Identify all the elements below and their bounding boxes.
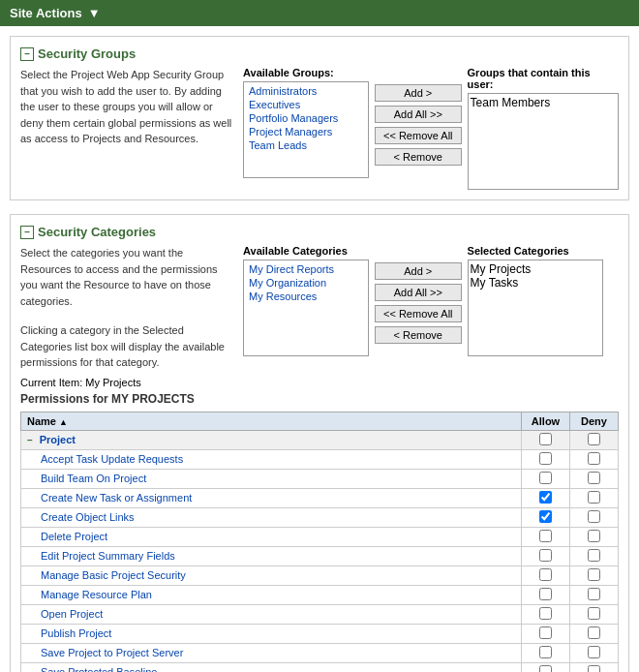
item-link[interactable]: Save Project to Project Server [41, 647, 183, 658]
item-allow-cell[interactable] [522, 546, 570, 565]
list-item[interactable]: Administrators [246, 84, 366, 98]
add-all-groups-button[interactable]: Add All >> [375, 106, 462, 123]
item-deny-checkbox[interactable] [588, 472, 600, 484]
permission-item-row: Manage Basic Project Security [21, 565, 619, 585]
item-deny-checkbox[interactable] [588, 607, 600, 620]
selected-categories-label: Selected Categories [468, 245, 603, 257]
item-deny-checkbox[interactable] [588, 646, 600, 658]
item-link[interactable]: Publish Project [41, 627, 111, 639]
item-deny-cell[interactable] [570, 449, 619, 469]
item-deny-checkbox[interactable] [588, 549, 600, 562]
item-allow-checkbox[interactable] [539, 665, 552, 673]
item-deny-cell[interactable] [570, 565, 619, 585]
groups-contain-list[interactable]: Team Members [468, 93, 619, 190]
item-allow-cell[interactable] [522, 662, 570, 672]
item-allow-cell[interactable] [522, 565, 570, 585]
item-allow-cell[interactable] [522, 624, 570, 643]
add-all-categories-button[interactable]: Add All >> [375, 284, 462, 301]
item-deny-cell[interactable] [570, 546, 619, 565]
item-allow-cell[interactable] [522, 585, 570, 604]
list-item[interactable]: Executives [246, 98, 366, 111]
list-item[interactable]: Portfolio Managers [246, 111, 366, 125]
item-deny-checkbox[interactable] [588, 452, 600, 465]
item-link[interactable]: Create New Task or Assignment [41, 492, 192, 504]
item-allow-checkbox[interactable] [539, 510, 552, 523]
item-deny-checkbox[interactable] [588, 491, 600, 504]
item-allow-cell[interactable] [522, 604, 570, 624]
add-category-button[interactable]: Add > [375, 262, 462, 280]
available-groups-list[interactable]: Administrators Executives Portfolio Mana… [243, 81, 369, 178]
item-deny-cell[interactable] [570, 469, 619, 488]
item-deny-checkbox[interactable] [588, 568, 600, 581]
selected-categories-list[interactable]: My Projects My Tasks [468, 260, 603, 356]
remove-group-button[interactable]: < Remove [375, 148, 462, 166]
add-group-button[interactable]: Add > [375, 84, 462, 102]
item-deny-cell[interactable] [570, 662, 619, 672]
item-allow-cell[interactable] [522, 527, 570, 546]
item-deny-checkbox[interactable] [588, 588, 600, 600]
item-deny-checkbox[interactable] [588, 530, 600, 542]
item-allow-checkbox[interactable] [539, 568, 552, 581]
item-deny-cell[interactable] [570, 488, 619, 507]
item-allow-checkbox[interactable] [539, 646, 552, 658]
item-link[interactable]: Accept Task Update Requests [41, 453, 183, 465]
list-item[interactable]: My Tasks [471, 276, 600, 290]
security-groups-collapse-icon[interactable]: – [20, 47, 34, 61]
groups-buttons-col: Add > Add All >> << Remove All < Remove [375, 67, 462, 166]
item-deny-cell[interactable] [570, 527, 619, 546]
item-deny-cell[interactable] [570, 643, 619, 662]
item-allow-checkbox[interactable] [539, 549, 552, 562]
top-bar[interactable]: Site Actions ▼ [0, 0, 639, 26]
remove-all-groups-button[interactable]: << Remove All [375, 127, 462, 144]
item-link[interactable]: Build Team On Project [41, 473, 146, 484]
list-item[interactable]: My Direct Reports [246, 262, 366, 276]
category-deny-cell[interactable] [570, 430, 619, 449]
item-link[interactable]: Create Object Links [41, 511, 135, 523]
col-header-name: Name ▲ [21, 412, 522, 430]
remove-all-categories-button[interactable]: << Remove All [375, 305, 462, 322]
item-deny-checkbox[interactable] [588, 510, 600, 523]
item-name: Save Protected Baseline [21, 662, 522, 672]
item-allow-checkbox[interactable] [539, 452, 552, 465]
item-link[interactable]: Delete Project [41, 531, 107, 542]
item-deny-checkbox[interactable] [588, 665, 600, 673]
item-link[interactable]: Open Project [41, 608, 103, 620]
item-allow-cell[interactable] [522, 449, 570, 469]
list-item[interactable]: My Organization [246, 276, 366, 290]
item-link[interactable]: Manage Basic Project Security [41, 569, 186, 581]
available-categories-list[interactable]: My Direct Reports My Organization My Res… [243, 260, 369, 356]
remove-category-button[interactable]: < Remove [375, 326, 462, 344]
category-allow-checkbox[interactable] [539, 433, 552, 445]
item-allow-cell[interactable] [522, 488, 570, 507]
item-allow-cell[interactable] [522, 469, 570, 488]
item-allow-checkbox[interactable] [539, 607, 552, 620]
item-deny-cell[interactable] [570, 507, 619, 527]
list-item[interactable]: My Resources [246, 290, 366, 303]
item-allow-checkbox[interactable] [539, 491, 552, 504]
item-deny-cell[interactable] [570, 624, 619, 643]
item-allow-checkbox[interactable] [539, 530, 552, 542]
list-item[interactable]: My Projects [471, 262, 600, 276]
item-link[interactable]: Manage Resource Plan [41, 589, 152, 600]
item-allow-checkbox[interactable] [539, 626, 552, 639]
item-allow-checkbox[interactable] [539, 472, 552, 484]
list-item[interactable]: Team Leads [246, 138, 366, 152]
item-allow-cell[interactable] [522, 507, 570, 527]
permission-item-row: Delete Project [21, 527, 619, 546]
item-name: Manage Basic Project Security [21, 565, 522, 585]
item-link[interactable]: Save Protected Baseline [41, 666, 157, 672]
security-categories-collapse-icon[interactable]: – [20, 226, 34, 239]
item-link[interactable]: Edit Project Summary Fields [41, 550, 175, 562]
category-allow-cell[interactable] [522, 430, 570, 449]
selected-categories-container: Selected Categories My Projects My Tasks [468, 245, 603, 356]
item-allow-cell[interactable] [522, 643, 570, 662]
item-deny-cell[interactable] [570, 585, 619, 604]
list-item[interactable]: Team Members [471, 96, 616, 109]
categories-buttons-col: Add > Add All >> << Remove All < Remove [375, 245, 462, 344]
item-deny-checkbox[interactable] [588, 626, 600, 639]
list-item[interactable]: Project Managers [246, 125, 366, 138]
category-deny-checkbox[interactable] [588, 433, 600, 445]
item-allow-checkbox[interactable] [539, 588, 552, 600]
item-deny-cell[interactable] [570, 604, 619, 624]
category-link[interactable]: Project [40, 434, 76, 445]
